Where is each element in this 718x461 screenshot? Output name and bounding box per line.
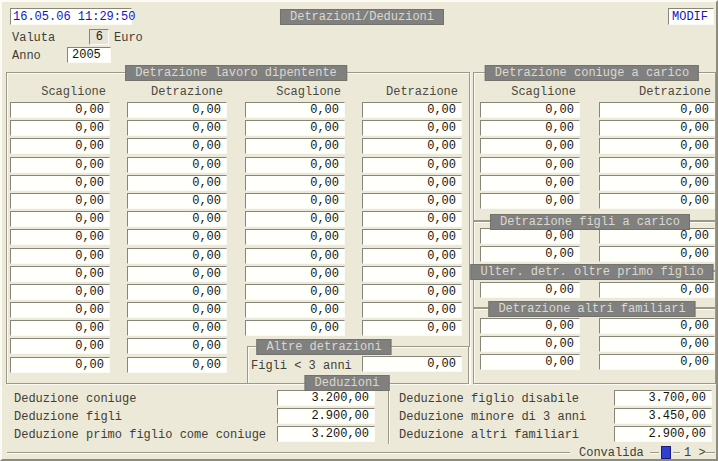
lavoro-detrazione-field[interactable]: 0,00 <box>362 138 462 154</box>
page-next-button[interactable]: 1 > <box>684 446 706 460</box>
convalida-indicator[interactable] <box>661 446 671 459</box>
lavoro-detrazione-field[interactable]: 0,00 <box>127 138 227 154</box>
lavoro-col-header-detrazione-1: Detrazione <box>127 85 223 99</box>
lavoro-detrazione-field[interactable]: 0,00 <box>127 320 227 336</box>
coniuge-scaglione-field[interactable]: 0,00 <box>480 193 580 209</box>
coniuge-detrazione-field[interactable]: 0,00 <box>599 120 715 136</box>
lavoro-scaglione-field[interactable]: 0,00 <box>245 284 345 300</box>
lavoro-scaglione-field[interactable]: 0,00 <box>10 266 110 282</box>
lavoro-detrazione-field[interactable]: 0,00 <box>362 120 462 136</box>
ulteriore-scaglione-column: 0,00 <box>480 282 580 298</box>
figli-detrazione-field[interactable]: 0,00 <box>599 228 715 244</box>
coniuge-scaglione-field[interactable]: 0,00 <box>480 120 580 136</box>
coniuge-detrazione-field[interactable]: 0,00 <box>599 193 715 209</box>
lavoro-scaglione-field[interactable]: 0,00 <box>245 102 345 118</box>
lavoro-scaglione-field[interactable]: 0,00 <box>245 302 345 318</box>
lavoro-scaglione-field[interactable]: 0,00 <box>10 284 110 300</box>
lavoro-scaglione-field[interactable]: 0,00 <box>10 102 110 118</box>
altri-scaglione-field[interactable]: 0,00 <box>480 354 580 370</box>
deduzione-primo-figlio-field[interactable]: 3.200,00 <box>277 426 375 442</box>
lavoro-scaglione-field[interactable]: 0,00 <box>10 320 110 336</box>
altri-detrazione-field[interactable]: 0,00 <box>599 318 715 334</box>
lavoro-detrazione-field[interactable]: 0,00 <box>362 284 462 300</box>
coniuge-scaglione-field[interactable]: 0,00 <box>480 102 580 118</box>
lavoro-scaglione-field[interactable]: 0,00 <box>245 229 345 245</box>
figli-scaglione-field[interactable]: 0,00 <box>480 246 580 262</box>
convalida-button[interactable]: Convalida <box>579 446 644 460</box>
lavoro-scaglione-field[interactable]: 0,00 <box>245 157 345 173</box>
altri-scaglione-field[interactable]: 0,00 <box>480 336 580 352</box>
lavoro-detrazione-field[interactable]: 0,00 <box>127 211 227 227</box>
deduzione-figli-field[interactable]: 2.900,00 <box>277 408 375 424</box>
altri-detrazione-field[interactable]: 0,00 <box>599 354 715 370</box>
coniuge-scaglione-field[interactable]: 0,00 <box>480 175 580 191</box>
lavoro-scaglione-field[interactable]: 0,00 <box>245 248 345 264</box>
coniuge-detrazione-field[interactable]: 0,00 <box>599 175 715 191</box>
lavoro-detrazione-field[interactable]: 0,00 <box>362 157 462 173</box>
altri-detrazione-field[interactable]: 0,00 <box>599 336 715 352</box>
lavoro-detrazione-field[interactable]: 0,00 <box>127 302 227 318</box>
lavoro-scaglione-field[interactable]: 0,00 <box>245 211 345 227</box>
anno-field[interactable]: 2005 <box>67 47 111 63</box>
lavoro-scaglione-field[interactable]: 0,00 <box>10 120 110 136</box>
lavoro-scaglione-field[interactable]: 0,00 <box>10 229 110 245</box>
lavoro-detrazione-field[interactable]: 0,00 <box>127 175 227 191</box>
valuta-field[interactable]: 6 <box>89 29 109 45</box>
lavoro-detrazione-field[interactable]: 0,00 <box>362 175 462 191</box>
lavoro-scaglione-field[interactable]: 0,00 <box>10 193 110 209</box>
coniuge-scaglione-field[interactable]: 0,00 <box>480 157 580 173</box>
lavoro-scaglione-field[interactable]: 0,00 <box>245 138 345 154</box>
lavoro-detrazione-field[interactable]: 0,00 <box>127 284 227 300</box>
lavoro-detrazione-field[interactable]: 0,00 <box>362 320 462 336</box>
ulteriore-scaglione-field[interactable]: 0,00 <box>480 282 580 298</box>
lavoro-detrazione-field[interactable]: 0,00 <box>127 266 227 282</box>
coniuge-detrazione-field[interactable]: 0,00 <box>599 138 715 154</box>
valuta-label: Valuta <box>12 31 55 45</box>
lavoro-detrazione-field[interactable]: 0,00 <box>362 229 462 245</box>
lavoro-detrazione-field[interactable]: 0,00 <box>127 102 227 118</box>
lavoro-scaglione-field[interactable]: 0,00 <box>10 338 110 354</box>
lavoro-scaglione-column-2: 0,000,000,000,000,000,000,000,000,000,00… <box>245 102 345 336</box>
deduzione-minore-3-anni-field[interactable]: 3.450,00 <box>614 408 712 424</box>
lavoro-detrazione-field[interactable]: 0,00 <box>362 211 462 227</box>
ulteriore-detrazione-field[interactable]: 0,00 <box>599 282 715 298</box>
lavoro-scaglione-field[interactable]: 0,00 <box>10 211 110 227</box>
lavoro-scaglione-field[interactable]: 0,00 <box>10 248 110 264</box>
coniuge-detrazione-field[interactable]: 0,00 <box>599 102 715 118</box>
coniuge-detrazione-field[interactable]: 0,00 <box>599 157 715 173</box>
lavoro-detrazione-field[interactable]: 0,00 <box>362 102 462 118</box>
lavoro-scaglione-field[interactable]: 0,00 <box>10 138 110 154</box>
valuta-currency-label: Euro <box>114 31 143 45</box>
lavoro-detrazione-field[interactable]: 0,00 <box>362 302 462 318</box>
lavoro-scaglione-field[interactable]: 0,00 <box>245 175 345 191</box>
lavoro-detrazione-field[interactable]: 0,00 <box>362 248 462 264</box>
lavoro-scaglione-field[interactable]: 0,00 <box>10 357 110 373</box>
deduzione-figlio-disabile-field[interactable]: 3.700,00 <box>614 390 712 406</box>
lavoro-scaglione-field[interactable]: 0,00 <box>245 266 345 282</box>
lavoro-scaglione-field[interactable]: 0,00 <box>245 193 345 209</box>
figli-scaglione-field[interactable]: 0,00 <box>480 228 580 244</box>
altri-scaglione-field[interactable]: 0,00 <box>480 318 580 334</box>
lavoro-detrazione-field[interactable]: 0,00 <box>127 229 227 245</box>
lavoro-detrazione-field[interactable]: 0,00 <box>127 248 227 264</box>
lavoro-detrazione-field[interactable]: 0,00 <box>127 157 227 173</box>
lavoro-detrazione-field[interactable]: 0,00 <box>127 357 227 373</box>
lavoro-detrazione-field[interactable]: 0,00 <box>362 266 462 282</box>
statusbar-line-left <box>7 452 570 453</box>
lavoro-scaglione-field[interactable]: 0,00 <box>10 302 110 318</box>
figli-detrazione-field[interactable]: 0,00 <box>599 246 715 262</box>
lavoro-scaglione-field[interactable]: 0,00 <box>245 120 345 136</box>
deduzione-altri-familiari-field[interactable]: 2.900,00 <box>614 426 712 442</box>
lavoro-scaglione-field[interactable]: 0,00 <box>245 320 345 336</box>
figli3-field[interactable]: 0,00 <box>362 356 462 372</box>
lavoro-detrazione-field[interactable]: 0,00 <box>127 120 227 136</box>
lavoro-detrazione-field[interactable]: 0,00 <box>127 193 227 209</box>
deduzione-coniuge-field[interactable]: 3.200,00 <box>277 390 375 406</box>
coniuge-scaglione-field[interactable]: 0,00 <box>480 138 580 154</box>
lavoro-scaglione-field[interactable]: 0,00 <box>10 175 110 191</box>
lavoro-detrazione-field[interactable]: 0,00 <box>362 193 462 209</box>
figli-scaglione-column: 0,000,00 <box>480 228 580 262</box>
lavoro-detrazione-field[interactable]: 0,00 <box>127 338 227 354</box>
lavoro-scaglione-field[interactable]: 0,00 <box>10 157 110 173</box>
altri-section-title: Detrazione altri familiari <box>488 301 695 317</box>
